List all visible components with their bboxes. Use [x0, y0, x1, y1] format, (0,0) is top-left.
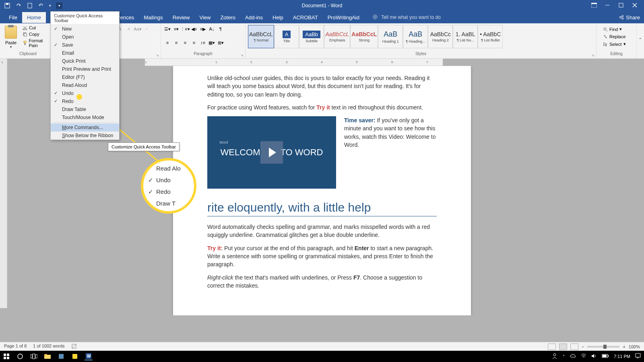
undo-dropdown[interactable]: ▾ [49, 4, 51, 8]
taskbar-app-2[interactable] [71, 352, 79, 360]
style-title[interactable]: ATitle [274, 25, 299, 48]
qat-item-email[interactable]: Email [51, 49, 119, 57]
style---list-bullet[interactable]: • AaBbC¶ List Bullet [478, 25, 503, 48]
format-painter-button[interactable]: Format Pain [21, 38, 54, 48]
zoom-in-button[interactable]: + [623, 344, 625, 349]
tab-home[interactable]: Home [22, 12, 46, 23]
start-button[interactable] [2, 352, 10, 360]
save-icon[interactable] [4, 2, 10, 9]
increase-indent-button[interactable]: ≡▶ [199, 25, 207, 33]
tray-up-icon[interactable]: ˄ [563, 354, 565, 359]
file-explorer-icon[interactable] [43, 352, 52, 360]
tab-acrobat[interactable]: ACROBAT [288, 12, 323, 23]
taskbar-word-icon[interactable]: W [85, 352, 93, 360]
show-marks-button[interactable]: ¶ [217, 25, 225, 33]
style-heading-2[interactable]: AaBbCcHeading 2 [428, 25, 453, 48]
multilevel-button[interactable]: ⋮≡▾ [181, 25, 189, 33]
status-words[interactable]: 1 of 1002 words [33, 343, 64, 350]
style-emphasis[interactable]: AaBbCcLEmphasis [324, 25, 350, 48]
tab-mailings[interactable]: Mailings [139, 12, 168, 23]
tab-view[interactable]: View [194, 12, 215, 23]
numbering-button[interactable]: ≡▾ [172, 25, 180, 33]
style---heading---[interactable]: AaB¶ Heading... [403, 25, 428, 48]
new-icon[interactable] [27, 2, 33, 9]
style-strong[interactable]: AaBbCcLStrong [350, 25, 378, 48]
qat-item-draw-table[interactable]: Draw Table [51, 105, 119, 113]
shading-button[interactable]: ▦▾ [208, 39, 216, 47]
web-layout-button[interactable] [570, 343, 578, 350]
qat-item-touch-mouse-mode[interactable]: Touch/Mouse Mode [51, 113, 119, 121]
qat-customize-dropdown[interactable]: ▾ [56, 2, 62, 9]
ribbon-display-icon[interactable] [591, 3, 597, 8]
qat-show-below[interactable]: Show Below the Ribbon [51, 132, 119, 140]
notification-icon[interactable] [635, 353, 641, 360]
style---normal[interactable]: AaBbCcL¶ Normal [248, 25, 274, 48]
cortana-icon[interactable] [16, 352, 24, 360]
document-page[interactable]: Unlike old-school user guides, this doc … [173, 66, 471, 315]
tell-me-search[interactable]: Tell me what you want to do [372, 14, 441, 21]
maximize-icon[interactable] [619, 3, 624, 8]
cut-button[interactable]: Cut [21, 25, 54, 31]
qat-more-commands[interactable]: More Commands... [51, 123, 119, 132]
decrease-indent-button[interactable]: ◀≡ [190, 25, 198, 33]
justify-button[interactable]: ≡ [190, 39, 198, 47]
tab-prowritingaid[interactable]: ProWritingAid [323, 12, 364, 23]
qat-item-new[interactable]: New [51, 25, 119, 33]
align-right-button[interactable]: ≡ [181, 39, 189, 47]
paste-button[interactable]: Paste ▾ [2, 25, 19, 49]
close-icon[interactable] [632, 3, 638, 8]
tray-wifi-icon[interactable] [581, 354, 586, 359]
select-button[interactable]: Select ▾ [602, 41, 631, 47]
tray-clock[interactable]: 7:11 PM [614, 354, 630, 359]
qat-item-print-preview-and-print[interactable]: Print Preview and Print [51, 65, 119, 73]
task-view-icon[interactable] [30, 352, 38, 360]
qat-item-editor--f7-[interactable]: Editor (F7) [51, 73, 119, 81]
status-page[interactable]: Page 1 of 8 [4, 343, 27, 350]
borders-button[interactable]: ⊞▾ [217, 39, 225, 47]
share-button[interactable]: Share [619, 14, 640, 21]
line-spacing-button[interactable]: ↕≡ [199, 39, 207, 47]
qat-item-open[interactable]: Open [51, 33, 119, 41]
undo-icon[interactable] [38, 2, 44, 9]
sort-button[interactable]: A↓ [208, 25, 216, 33]
styles-dialog-launcher[interactable]: ↘ [590, 53, 595, 58]
replace-button[interactable]: Replace [602, 33, 631, 40]
status-proofing-icon[interactable] [71, 343, 77, 350]
tab-file[interactable]: File [4, 12, 22, 23]
qat-item-undo[interactable]: Undo [51, 89, 119, 97]
tab-addins[interactable]: Add-ins [240, 12, 268, 23]
font-dialog-launcher[interactable]: ↘ [155, 53, 160, 58]
align-left-button[interactable]: ≡ [163, 39, 171, 47]
zoom-slider[interactable] [587, 346, 619, 348]
read-mode-button[interactable] [548, 343, 556, 350]
zoom-level[interactable]: 100% [629, 344, 640, 349]
qat-item-save[interactable]: Save [51, 41, 119, 49]
play-icon[interactable] [260, 141, 283, 164]
tray-volume-icon[interactable] [591, 354, 597, 359]
tab-review[interactable]: Review [168, 12, 195, 23]
align-center-button[interactable]: ≡ [172, 39, 180, 47]
tray-battery-icon[interactable] [602, 354, 609, 359]
zoom-out-button[interactable]: − [582, 344, 584, 349]
tab-zotero[interactable]: Zotero [215, 12, 240, 23]
paragraph-dialog-launcher[interactable]: ↘ [239, 53, 244, 58]
style---list-nu---[interactable]: 1. AaBL¶ List Nu... [453, 25, 478, 48]
tray-cloud-icon[interactable] [570, 354, 576, 359]
qat-item-read-aloud[interactable]: Read Aloud [51, 81, 119, 89]
video-thumbnail[interactable]: Word WELCOM TO WORD [207, 116, 336, 189]
copy-button[interactable]: Copy [21, 31, 54, 37]
minimize-icon[interactable] [605, 3, 611, 8]
tab-help[interactable]: Help [268, 12, 288, 23]
qat-item-redo[interactable]: Redo [51, 97, 119, 105]
collapse-ribbon-button[interactable]: ˆ [637, 23, 644, 58]
redo-icon[interactable] [15, 2, 22, 9]
qat-item-quick-print[interactable]: Quick Print [51, 57, 119, 65]
taskbar-app-1[interactable] [57, 352, 65, 360]
horizontal-ruler[interactable]: 1 1 2 3 4 5 6 7 [145, 59, 443, 66]
find-button[interactable]: Find ▾ [602, 26, 631, 33]
print-layout-button[interactable] [559, 343, 567, 350]
style-heading-1[interactable]: AaBHeading 1 [378, 25, 403, 48]
bullets-button[interactable]: ☰▾ [163, 25, 171, 33]
people-icon[interactable] [551, 353, 558, 360]
style-subtitle[interactable]: AaBbSubtitle [299, 25, 324, 48]
